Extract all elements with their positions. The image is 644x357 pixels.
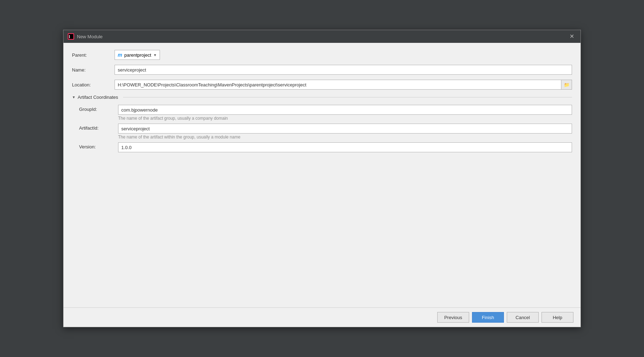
- new-module-dialog: I New Module ✕ Parent: m parentproject ▼…: [63, 30, 581, 327]
- group-id-hint: The name of the artifact group, usually …: [118, 116, 572, 121]
- help-button[interactable]: Help: [542, 312, 573, 323]
- parent-dropdown[interactable]: m parentproject ▼: [115, 50, 160, 60]
- group-id-label: GroupId:: [79, 105, 118, 112]
- artifact-id-row: ArtifactId: The name of the artifact wit…: [79, 124, 572, 140]
- name-label: Name:: [72, 67, 115, 73]
- artifact-section: ▼ Artifact Coordinates GroupId: The name…: [72, 95, 572, 152]
- parent-control-wrap: m parentproject ▼: [115, 50, 572, 60]
- group-id-row: GroupId: The name of the artifact group,…: [79, 105, 572, 121]
- title-bar-left: I New Module: [68, 33, 102, 40]
- version-input-wrap: [118, 142, 572, 152]
- artifact-id-hint: The name of the artifact within the grou…: [118, 135, 572, 140]
- location-row: Location: 📁: [72, 80, 572, 90]
- cancel-button[interactable]: Cancel: [507, 312, 539, 323]
- parent-label: Parent:: [72, 52, 115, 58]
- group-id-input[interactable]: [118, 105, 572, 115]
- intellij-icon: I: [68, 33, 74, 40]
- location-label: Location:: [72, 82, 115, 87]
- version-input[interactable]: [118, 142, 572, 152]
- previous-button[interactable]: Previous: [437, 312, 469, 323]
- name-row: Name:: [72, 65, 572, 75]
- parent-value: parentproject: [124, 52, 151, 58]
- artifact-id-input[interactable]: [118, 124, 572, 134]
- dialog-content: Parent: m parentproject ▼ Name: Location…: [63, 43, 581, 307]
- collapse-arrow-icon: ▼: [72, 95, 76, 99]
- maven-m-icon: m: [118, 52, 122, 58]
- artifact-id-input-wrap: The name of the artifact within the grou…: [118, 124, 572, 140]
- version-row: Version:: [79, 142, 572, 152]
- svg-text:I: I: [69, 34, 70, 39]
- chevron-down-icon: ▼: [153, 53, 157, 57]
- artifact-fields: GroupId: The name of the artifact group,…: [72, 105, 572, 152]
- name-control-wrap: [115, 65, 572, 75]
- artifact-id-label: ArtifactId:: [79, 124, 118, 131]
- version-label: Version:: [79, 142, 118, 149]
- name-input[interactable]: [115, 65, 572, 75]
- dialog-footer: Previous Finish Cancel Help: [63, 307, 581, 327]
- browse-button[interactable]: 📁: [561, 80, 572, 90]
- artifact-section-title: Artifact Coordinates: [78, 95, 118, 100]
- location-input-wrap: 📁: [115, 80, 572, 90]
- close-button[interactable]: ✕: [567, 33, 576, 40]
- parent-row: Parent: m parentproject ▼: [72, 50, 572, 60]
- group-id-input-wrap: The name of the artifact group, usually …: [118, 105, 572, 121]
- dialog-title: New Module: [77, 34, 102, 39]
- location-input[interactable]: [115, 80, 561, 90]
- artifact-divider: [123, 97, 572, 97]
- folder-icon: 📁: [564, 82, 570, 87]
- artifact-header[interactable]: ▼ Artifact Coordinates: [72, 95, 572, 100]
- finish-button[interactable]: Finish: [472, 312, 504, 323]
- title-bar: I New Module ✕: [63, 30, 581, 43]
